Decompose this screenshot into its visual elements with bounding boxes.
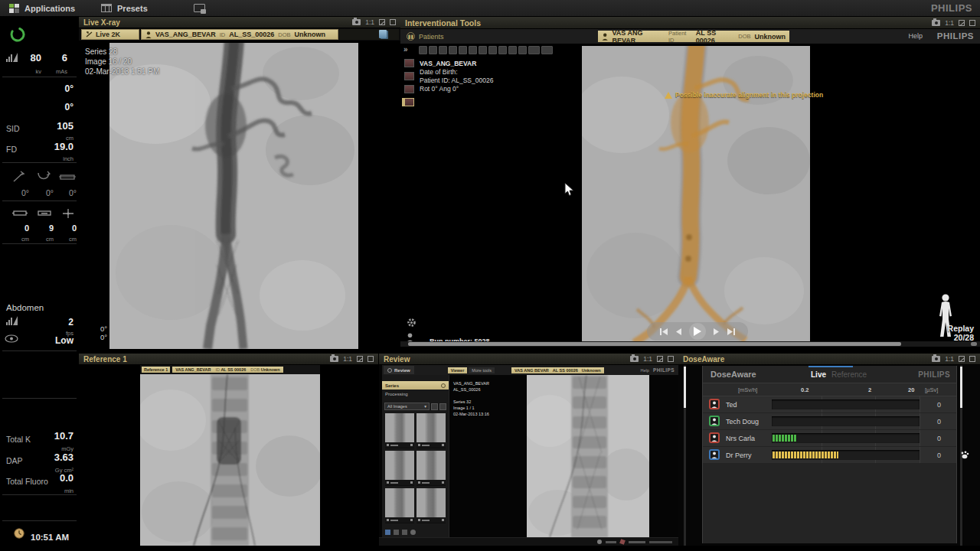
settings-gear-icon[interactable] [407,318,416,328]
dose-tab-reference[interactable]: Reference [831,370,867,379]
overlay-angle-bottom: 0° [100,333,107,341]
snapshot-icon[interactable] [932,20,940,26]
overlay-thumbnail[interactable] [404,85,414,93]
image-datetime: 02-Mar-2013 1:51 PM [85,67,159,77]
snapshot-icon[interactable] [932,356,940,362]
tab-live-2k[interactable]: Live 2K [81,29,139,40]
itools-patient-banner[interactable]: VAS ANG BEVAR Patient ID AL SS 00026 DOB… [598,31,789,42]
replay-controls [647,322,748,341]
snapshot-icon[interactable] [330,356,338,362]
save-icon[interactable] [402,530,407,535]
zoom-1to1-label[interactable]: 1:1 [945,19,954,27]
step-forward-button[interactable] [713,328,720,335]
fluoro-state-icon [9,26,26,43]
resize-icon[interactable] [357,356,363,362]
expand-chevrons[interactable]: » [403,45,408,54]
itools-titlebar: Interventional Tools 1:1 [400,17,980,29]
snapshot-icon[interactable] [630,356,639,362]
overlay-thumbnail[interactable] [404,72,414,80]
review-nav-processing[interactable]: Processing [382,390,449,398]
overlay-thumbnail[interactable] [404,59,414,67]
dose-tab-live[interactable]: Live [811,370,826,379]
dose-staff-row: Ted 0 [703,396,956,412]
presets-button[interactable]: Presets [101,4,148,13]
zoom-1to1-label[interactable]: 1:1 [643,355,652,363]
export-icon[interactable] [385,530,390,535]
screen-capture-icon[interactable] [194,4,205,12]
dose-left-scrollbar[interactable] [684,365,686,546]
live-xray-title: Live X-ray [83,18,120,27]
series-thumbnail[interactable] [385,488,414,523]
applications-button[interactable]: Applications [9,4,75,13]
itools-tool-icon[interactable] [479,46,487,54]
hscroll-end-button[interactable] [971,342,977,346]
series-thumbnail[interactable] [385,451,414,486]
itools-tool-icon[interactable] [439,46,447,54]
scale-unit-left: [mSv/h] [738,386,757,393]
resize-icon[interactable] [959,20,965,26]
help-button[interactable]: Help [908,32,923,40]
review-tab-viewer[interactable]: Viewer [448,367,468,373]
snapshot-icon[interactable] [352,19,361,25]
tabrow-spacer [339,29,399,40]
print-icon[interactable] [394,530,399,535]
reference-mini-tab[interactable]: Reference 1 [142,367,170,373]
review-app-button[interactable]: Review [384,366,414,374]
review-tab-more-tools[interactable]: More tools [469,367,495,373]
itools-tool-icon[interactable] [528,46,540,54]
go-to-end-button[interactable] [727,328,735,335]
resize-icon[interactable] [959,356,965,362]
series-label: Series 28 [85,47,159,57]
dose-right-scroll-thumb[interactable] [960,367,962,408]
maximize-icon[interactable] [368,356,374,362]
maximize-icon[interactable] [668,356,674,362]
image-filter-dropdown[interactable]: All Images▾ [384,403,430,410]
zoom-1to1-label[interactable]: 1:1 [945,355,954,363]
resize-icon[interactable] [657,356,663,362]
top-menu-bar: Applications Presets PHILIPS [0,0,980,17]
delete-icon[interactable] [410,530,416,535]
resize-icon[interactable] [379,19,385,25]
itools-tool-icon[interactable] [498,46,507,54]
review-help[interactable]: Help [641,368,649,373]
maximize-icon[interactable] [969,356,975,362]
itools-tool-icon[interactable] [518,46,527,54]
layout-button[interactable] [431,403,438,410]
live-xray-patient-bar[interactable]: VAS_ANG_BEVAR ID AL_SS_00026 DOB Unknown [141,29,338,40]
itools-tool-icon[interactable] [449,46,457,54]
review-nav-series[interactable]: Series [382,381,449,390]
series-thumbnail[interactable] [385,413,414,448]
zoom-1to1-label[interactable]: 1:1 [365,18,374,26]
itools-thumbnail-strip[interactable] [404,59,414,111]
dose-left-scroll-thumb[interactable] [684,367,686,408]
maximize-icon[interactable] [969,20,975,26]
play-button[interactable] [689,323,706,340]
hscroll-thumb[interactable] [408,342,901,346]
maximize-icon[interactable] [390,19,396,25]
review-thumbnail-grid[interactable] [382,413,449,523]
go-to-start-button[interactable] [660,328,668,335]
itools-tool-icon[interactable] [419,46,427,54]
itools-toolbar[interactable] [419,46,553,54]
step-back-button[interactable] [675,328,682,335]
series-thumbnail[interactable] [416,451,446,486]
staff-avatar-icon [709,432,720,443]
zoom-1to1-label[interactable]: 1:1 [343,355,352,363]
staff-avatar-icon [709,416,720,426]
image-document-icon[interactable] [379,30,387,38]
itools-tool-icon[interactable] [488,46,497,54]
dose-bar-track [772,416,920,426]
sort-button[interactable] [439,403,446,410]
patients-tab[interactable]: ▮▮ Patients [407,32,444,41]
dose-alarm-icon[interactable] [960,451,969,459]
series-thumbnail[interactable] [416,488,446,523]
warning-icon [665,92,672,99]
itools-tool-icon[interactable] [541,46,553,54]
series-thumbnail[interactable] [416,413,446,448]
overlay-thumbnail[interactable] [404,98,414,106]
itools-tool-icon[interactable] [429,46,437,54]
itools-tool-icon[interactable] [459,46,467,54]
itools-tool-icon[interactable] [469,46,477,54]
itools-hscrollbar[interactable] [400,341,980,347]
itools-tool-icon[interactable] [508,46,517,54]
